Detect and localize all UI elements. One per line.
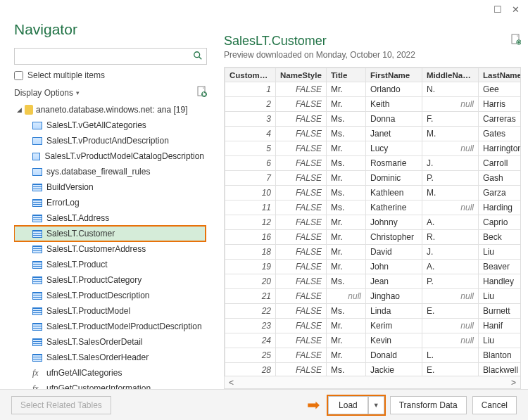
- table-row[interactable]: 23FALSEMr.KerimnullHanif: [225, 319, 521, 333]
- table-row[interactable]: 19FALSEMr.JohnA.Beaver: [225, 260, 521, 274]
- table-row[interactable]: 5FALSEMr.LucynullHarrington: [225, 141, 521, 156]
- column-header[interactable]: NameStyle: [276, 68, 327, 82]
- tree-item[interactable]: SalesLT.vGetAllCategories: [14, 117, 206, 133]
- table-row[interactable]: 20FALSEMs.JeanP.Handley: [225, 274, 521, 289]
- cell: 25: [225, 348, 276, 363]
- load-button[interactable]: Load: [328, 396, 368, 414]
- table-row[interactable]: 6FALSEMs.RosmarieJ.Carroll: [225, 156, 521, 171]
- cell: 19: [225, 260, 276, 274]
- cell: L.: [422, 348, 479, 363]
- search-input-wrap[interactable]: [14, 48, 207, 65]
- tree-item[interactable]: SalesLT.SalesOrderHeader: [14, 350, 206, 365]
- cell: FALSE: [276, 274, 327, 289]
- table-row[interactable]: 16FALSEMr.ChristopherR.Beck: [225, 230, 521, 245]
- window-minimize-icon[interactable]: ☐: [494, 4, 502, 15]
- tree-item[interactable]: SalesLT.vProductModelCatalogDescription: [14, 148, 206, 164]
- scroll-left-icon[interactable]: <: [229, 378, 234, 388]
- tree-item[interactable]: SalesLT.SalesOrderDetail: [14, 334, 206, 350]
- search-input[interactable]: [15, 49, 189, 64]
- cell: Beaver: [479, 260, 521, 274]
- table-row[interactable]: 7FALSEMr.DominicP.Gash: [225, 171, 521, 186]
- refresh-icon[interactable]: [197, 86, 207, 99]
- tree-item-label: SalesLT.ProductCategory: [46, 275, 142, 285]
- cell: Mr.: [327, 333, 366, 348]
- preview-title: SalesLT.Customer: [224, 34, 415, 49]
- column-header[interactable]: LastName: [479, 68, 521, 82]
- collapse-icon[interactable]: ◢: [17, 106, 22, 113]
- select-multiple-row[interactable]: Select multiple items: [14, 70, 207, 80]
- tree-item[interactable]: SalesLT.ProductModelProductDescription: [14, 319, 206, 334]
- tree-item[interactable]: SalesLT.CustomerAddress: [14, 241, 206, 257]
- table-icon: [32, 246, 42, 253]
- window-close-icon[interactable]: ✕: [512, 4, 520, 15]
- cell: Mr.: [327, 230, 366, 245]
- column-header[interactable]: Title: [327, 68, 366, 82]
- cell: 12: [225, 215, 276, 230]
- cell: 4: [225, 127, 276, 141]
- tree-item[interactable]: sys.database_firewall_rules: [14, 164, 206, 179]
- tree-item[interactable]: SalesLT.Customer: [14, 226, 206, 241]
- cell: FALSE: [276, 186, 327, 201]
- view-icon: [32, 168, 42, 176]
- table-row[interactable]: 24FALSEMr.KevinnullLiu: [225, 333, 521, 348]
- tree-item[interactable]: BuildVersion: [14, 179, 206, 195]
- cell: Carreras: [479, 112, 521, 127]
- tree-item[interactable]: fxufnGetAllCategories: [14, 365, 206, 381]
- tree-item-label: SalesLT.ProductDescription: [46, 291, 150, 300]
- cell: Mr.: [327, 348, 366, 363]
- table-row[interactable]: 12FALSEMr.JohnnyA.Caprio: [225, 215, 521, 230]
- tree-item[interactable]: SalesLT.ProductModel: [14, 303, 206, 319]
- table-row[interactable]: 11FALSEMs.KatherinenullHarding: [225, 201, 521, 215]
- cell: Lucy: [366, 141, 422, 156]
- tree-item[interactable]: SalesLT.Address: [14, 210, 206, 226]
- tree-item-label: SalesLT.ProductModelProductDescription: [46, 322, 202, 331]
- table-row[interactable]: 1FALSEMr.OrlandoN.Gee: [225, 82, 521, 97]
- cell: Mr.: [327, 171, 366, 186]
- search-icon[interactable]: [189, 51, 206, 63]
- cell: FALSE: [276, 141, 327, 156]
- cancel-button[interactable]: Cancel: [472, 396, 517, 414]
- select-multiple-checkbox[interactable]: [14, 71, 23, 80]
- tree-item[interactable]: SalesLT.vProductAndDescription: [14, 133, 206, 148]
- load-dropdown-button[interactable]: ▼: [368, 396, 384, 414]
- add-column-icon[interactable]: [511, 34, 521, 47]
- cell: Jinghao: [366, 289, 422, 304]
- tree-item[interactable]: SalesLT.ProductDescription: [14, 288, 206, 303]
- select-related-tables-button[interactable]: Select Related Tables: [11, 396, 111, 414]
- cell: Donald: [366, 348, 422, 363]
- cell: null: [422, 289, 479, 304]
- tree-item[interactable]: SalesLT.Product: [14, 257, 206, 272]
- display-options-dropdown[interactable]: Display Options ▾: [14, 88, 80, 98]
- table-row[interactable]: 3FALSEMs.DonnaF.Carreras: [225, 112, 521, 127]
- transform-data-button[interactable]: Transform Data: [390, 396, 467, 414]
- cell: R.: [422, 230, 479, 245]
- tree-item[interactable]: ErrorLog: [14, 195, 206, 210]
- tree-item-label: SalesLT.Customer: [46, 229, 115, 238]
- table-row[interactable]: 22FALSEMs.LindaE.Burnett: [225, 304, 521, 319]
- cell: Mr.: [327, 319, 366, 333]
- tree-database-node[interactable]: ◢ ananeto.database.windows.net: ana [19]: [14, 102, 206, 117]
- column-header[interactable]: CustomerID: [225, 68, 276, 82]
- table-row[interactable]: 28FALSEMs.JackieE.Blackwell: [225, 363, 521, 376]
- table-row[interactable]: 18FALSEMr.DavidJ.Liu: [225, 245, 521, 260]
- scroll-right-icon[interactable]: >: [511, 378, 516, 388]
- tree-item-label: SalesLT.vGetAllCategories: [46, 120, 146, 130]
- tree-item[interactable]: fxufnGetCustomerInformation: [14, 381, 206, 389]
- horizontal-scrollbar[interactable]: < >: [224, 376, 521, 389]
- tree-item[interactable]: SalesLT.ProductCategory: [14, 272, 206, 288]
- column-header[interactable]: FirstName: [366, 68, 422, 82]
- table-row[interactable]: 2FALSEMr.KeithnullHarris: [225, 97, 521, 112]
- table-row[interactable]: 4FALSEMs.JanetM.Gates: [225, 127, 521, 141]
- load-split-button[interactable]: Load ▼: [328, 396, 384, 414]
- table-icon: [32, 292, 42, 300]
- cell: Garza: [479, 186, 521, 201]
- table-row[interactable]: 25FALSEMr.DonaldL.Blanton: [225, 348, 521, 363]
- table-row[interactable]: 10FALSEMs.KathleenM.Garza: [225, 186, 521, 201]
- svg-line-1: [199, 56, 202, 59]
- tree-item-label: sys.database_firewall_rules: [46, 167, 150, 177]
- column-header[interactable]: MiddleName: [422, 68, 479, 82]
- table-row[interactable]: 21FALSEnullJinghaonullLiu: [225, 289, 521, 304]
- cell: 7: [225, 171, 276, 186]
- cell: David: [366, 245, 422, 260]
- cell: FALSE: [276, 289, 327, 304]
